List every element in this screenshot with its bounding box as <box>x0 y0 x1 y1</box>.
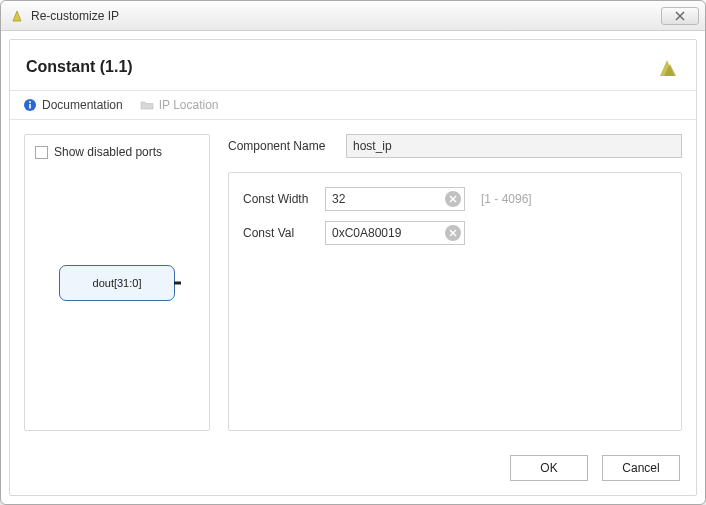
body: Show disabled ports dout[31:0] Component… <box>10 120 696 445</box>
const-width-input[interactable] <box>325 187 465 211</box>
documentation-button[interactable]: Documentation <box>22 97 123 113</box>
show-disabled-ports-checkbox[interactable] <box>35 146 48 159</box>
close-button[interactable] <box>661 7 699 25</box>
documentation-label: Documentation <box>42 98 123 112</box>
const-val-row: Const Val <box>243 221 667 245</box>
ip-block: dout[31:0] <box>59 265 175 301</box>
const-width-label: Const Width <box>243 192 315 206</box>
ip-block-preview: dout[31:0] <box>59 265 175 301</box>
inner-frame: Constant (1.1) Documentation <box>9 39 697 496</box>
button-row: OK Cancel <box>10 445 696 495</box>
component-name-row: Component Name <box>228 134 682 158</box>
svg-point-7 <box>29 101 31 103</box>
const-width-hint: [1 - 4096] <box>481 192 532 206</box>
svg-rect-6 <box>29 104 31 109</box>
svg-marker-0 <box>13 11 21 21</box>
folder-icon <box>139 97 155 113</box>
ip-location-button[interactable]: IP Location <box>139 97 219 113</box>
const-width-row: Const Width [1 - 4096] <box>243 187 667 211</box>
component-name-input[interactable] <box>346 134 682 158</box>
config-panel: Component Name Const Width <box>228 134 682 431</box>
ip-block-port-label: dout[31:0] <box>93 277 142 289</box>
show-disabled-ports-label: Show disabled ports <box>54 145 162 159</box>
preview-panel: Show disabled ports dout[31:0] <box>24 134 210 431</box>
ip-location-label: IP Location <box>159 98 219 112</box>
show-disabled-ports-row: Show disabled ports <box>35 145 199 159</box>
output-port-icon <box>174 281 181 284</box>
toolbar: Documentation IP Location <box>10 91 696 120</box>
app-icon <box>9 8 25 24</box>
dialog-window: Re-customize IP Constant (1.1) <box>0 0 706 505</box>
component-name-label: Component Name <box>228 139 338 153</box>
titlebar: Re-customize IP <box>1 1 705 31</box>
cancel-button-label: Cancel <box>622 461 659 475</box>
cancel-button[interactable]: Cancel <box>602 455 680 481</box>
ok-button[interactable]: OK <box>510 455 588 481</box>
const-width-input-wrap <box>325 187 465 211</box>
clear-icon <box>449 195 457 203</box>
const-val-clear-button[interactable] <box>445 225 461 241</box>
const-val-label: Const Val <box>243 226 315 240</box>
ok-button-label: OK <box>540 461 557 475</box>
close-icon <box>675 11 685 21</box>
const-width-clear-button[interactable] <box>445 191 461 207</box>
page-title: Constant (1.1) <box>26 58 133 76</box>
header: Constant (1.1) <box>10 40 696 91</box>
parameters-group: Const Width [1 - 4096] <box>228 172 682 431</box>
const-val-input-wrap <box>325 221 465 245</box>
info-icon <box>22 97 38 113</box>
window-title: Re-customize IP <box>31 9 119 23</box>
vendor-logo-icon <box>654 54 680 80</box>
const-val-input[interactable] <box>325 221 465 245</box>
clear-icon <box>449 229 457 237</box>
